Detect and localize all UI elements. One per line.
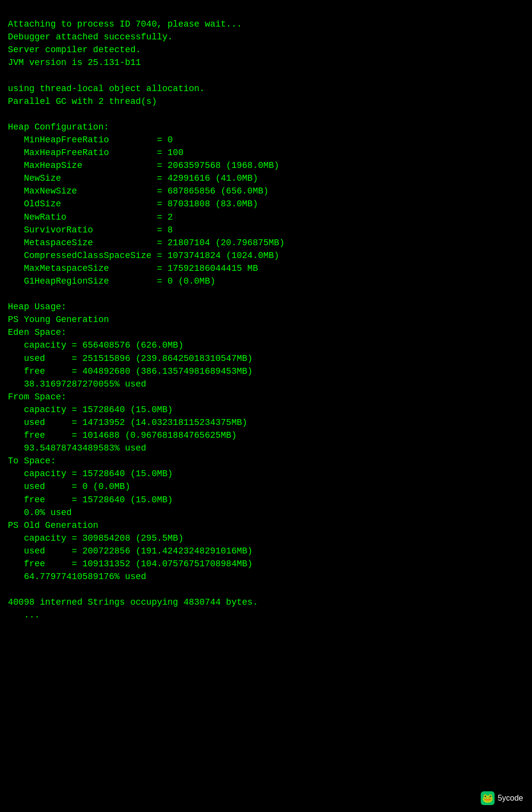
terminal-line: Heap Configuration: <box>8 121 524 133</box>
terminal-line: MaxMetaspaceSize = 17592186044415 MB <box>8 262 524 275</box>
terminal-line: Server compiler detected. <box>8 43 524 56</box>
terminal-line: 40098 interned Strings occupying 4830744… <box>8 596 524 609</box>
terminal-line: used = 200722856 (191.42423248291016MB) <box>8 545 524 557</box>
terminal-line: free = 15728640 (15.0MB) <box>8 493 524 506</box>
terminal-line: SurvivorRatio = 8 <box>8 224 524 236</box>
terminal-line: OldSize = 87031808 (83.0MB) <box>8 197 524 210</box>
watermark: 🐸 5ycode <box>481 791 523 805</box>
terminal-line: free = 109131352 (104.07576751708984MB) <box>8 557 524 570</box>
terminal-line: free = 1014688 (0.967681884765625MB) <box>8 429 524 442</box>
terminal-line: NewSize = 42991616 (41.0MB) <box>8 172 524 185</box>
terminal-line: G1HeapRegionSize = 0 (0.0MB) <box>8 275 524 288</box>
terminal-line: NewRatio = 2 <box>8 211 524 224</box>
terminal-line: MinHeapFreeRatio = 0 <box>8 133 524 146</box>
terminal-line: To Space: <box>8 455 524 467</box>
terminal-line: MetaspaceSize = 21807104 (20.796875MB) <box>8 236 524 249</box>
terminal-line: Heap Usage: <box>8 300 524 313</box>
terminal-line: Debugger attached successfully. <box>8 31 524 43</box>
terminal-line: capacity = 15728640 (15.0MB) <box>8 467 524 480</box>
terminal-line: capacity = 309854208 (295.5MB) <box>8 532 524 545</box>
terminal-line: 93.54878743489583% used <box>8 442 524 455</box>
terminal-line <box>8 583 524 596</box>
terminal-line <box>8 288 524 300</box>
terminal-line: Attaching to process ID 7040, please wai… <box>8 18 524 31</box>
terminal-line: used = 251515896 (239.86425018310547MB) <box>8 352 524 365</box>
terminal-line: MaxHeapFreeRatio = 100 <box>8 146 524 159</box>
terminal-line: capacity = 656408576 (626.0MB) <box>8 339 524 352</box>
terminal-line: used = 14713952 (14.032318115234375MB) <box>8 416 524 429</box>
terminal-line: used = 0 (0.0MB) <box>8 480 524 493</box>
terminal-line: MaxNewSize = 687865856 (656.0MB) <box>8 185 524 197</box>
terminal-line: PS Young Generation <box>8 313 524 326</box>
terminal-line: 0.0% used <box>8 506 524 519</box>
terminal-line: Parallel GC with 2 thread(s) <box>8 95 524 108</box>
watermark-label: 5ycode <box>498 792 523 804</box>
terminal-line <box>8 108 524 121</box>
terminal-line: 64.77977410589176% used <box>8 570 524 583</box>
terminal-line: 38.31697287270055% used <box>8 378 524 390</box>
terminal-line: ... <box>8 609 524 621</box>
terminal-line: From Space: <box>8 390 524 403</box>
terminal-line: Eden Space: <box>8 326 524 339</box>
terminal-line <box>8 69 524 82</box>
terminal-output: Attaching to process ID 7040, please wai… <box>8 5 524 622</box>
terminal-line: JVM version is 25.131-b11 <box>8 56 524 69</box>
terminal-line: capacity = 15728640 (15.0MB) <box>8 403 524 416</box>
watermark-icon: 🐸 <box>481 791 495 805</box>
terminal-line: using thread-local object allocation. <box>8 82 524 95</box>
terminal-line: CompressedClassSpaceSize = 1073741824 (1… <box>8 249 524 262</box>
terminal-line: free = 404892680 (386.13574981689453MB) <box>8 365 524 378</box>
terminal-line: MaxHeapSize = 2063597568 (1968.0MB) <box>8 159 524 172</box>
terminal-line: PS Old Generation <box>8 519 524 532</box>
